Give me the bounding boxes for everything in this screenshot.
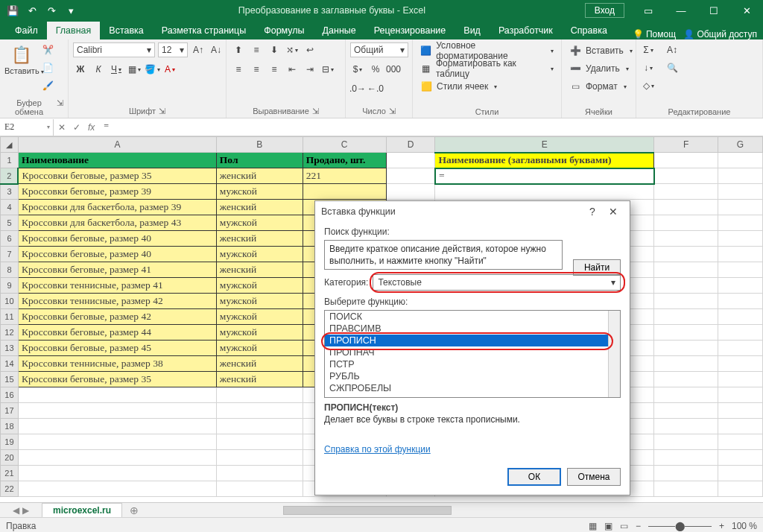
ribbon-options-icon[interactable]: ▭ xyxy=(632,0,665,21)
cancel-button[interactable]: Отмена xyxy=(567,468,621,486)
category-combo[interactable]: Текстовые▾ xyxy=(373,274,621,291)
tab-home[interactable]: Главная xyxy=(47,22,101,39)
orientation-icon[interactable]: ⤭ xyxy=(285,42,300,57)
tab-data[interactable]: Данные xyxy=(314,22,365,39)
align-left-icon[interactable]: ≡ xyxy=(231,62,246,77)
increase-font-icon[interactable]: A↑ xyxy=(191,42,206,57)
search-function-input[interactable]: Введите краткое описание действия, котор… xyxy=(324,240,563,270)
tab-layout[interactable]: Разметка страницы xyxy=(153,22,255,39)
find-select-icon[interactable]: 🔍 xyxy=(665,60,680,75)
col-header[interactable]: D xyxy=(386,137,435,153)
ok-button[interactable]: ОК xyxy=(507,468,561,486)
close-dialog-icon[interactable]: ✕ xyxy=(603,206,624,218)
font-size-combo[interactable]: 12▾ xyxy=(158,42,188,57)
close-icon[interactable]: ✕ xyxy=(730,0,763,21)
login-button[interactable]: Вход xyxy=(585,3,624,18)
function-list-item[interactable]: ПРОПИСН xyxy=(325,335,620,346)
copy-icon[interactable]: 📄 xyxy=(40,60,55,75)
add-sheet-icon[interactable]: ⊕ xyxy=(122,504,146,516)
function-list-item[interactable]: ПРАВСИМВ xyxy=(325,323,620,335)
col-header[interactable]: G xyxy=(718,137,763,153)
minimize-icon[interactable]: — xyxy=(665,0,697,21)
decrease-indent-icon[interactable]: ⇤ xyxy=(285,62,300,77)
horizontal-scrollbar[interactable] xyxy=(283,504,760,516)
insert-cells-button[interactable]: ➕Вставить xyxy=(566,42,636,59)
dialog-launcher-icon[interactable]: ⇲ xyxy=(159,107,165,116)
undo-icon[interactable]: ↶ xyxy=(24,2,40,19)
delete-cells-button[interactable]: ➖Удалить xyxy=(566,60,632,77)
tab-view[interactable]: Вид xyxy=(455,22,490,39)
qat-customize-icon[interactable]: ▾ xyxy=(63,2,79,19)
tellme-icon[interactable]: 💡 Помощ xyxy=(633,29,676,39)
cancel-formula-icon[interactable]: ✕ xyxy=(58,122,66,133)
tab-developer[interactable]: Разработчик xyxy=(490,22,562,39)
dialog-launcher-icon[interactable]: ⇲ xyxy=(57,98,63,116)
dialog-launcher-icon[interactable]: ⇲ xyxy=(312,107,319,116)
function-list-item[interactable]: СЖПРОБЕЛЫ xyxy=(325,382,620,394)
underline-button[interactable]: Ч xyxy=(109,62,124,77)
tab-help[interactable]: Справка xyxy=(562,22,616,39)
function-list-item[interactable]: РУБЛЬ xyxy=(325,370,620,382)
conditional-formatting-button[interactable]: 🟦Условное форматирование xyxy=(417,42,557,59)
decrease-font-icon[interactable]: A↓ xyxy=(209,42,224,57)
decrease-decimal-icon[interactable]: ←.0 xyxy=(368,81,383,96)
wrap-text-icon[interactable]: ↩ xyxy=(303,42,317,57)
format-painter-icon[interactable]: 🖌️ xyxy=(40,78,55,93)
bold-button[interactable]: Ж xyxy=(73,62,88,77)
italic-button[interactable]: К xyxy=(91,62,106,77)
help-icon[interactable]: ? xyxy=(582,206,603,218)
increase-decimal-icon[interactable]: .0→ xyxy=(350,81,365,96)
select-all-corner[interactable]: ◢ xyxy=(1,137,19,153)
fill-color-button[interactable]: 🪣 xyxy=(145,62,159,77)
increase-indent-icon[interactable]: ⇥ xyxy=(303,62,317,77)
align-center-icon[interactable]: ≡ xyxy=(249,62,264,77)
function-list-item[interactable]: ПОИСК xyxy=(325,311,620,323)
paste-button[interactable]: 📋 Вставить xyxy=(4,42,37,75)
border-button[interactable]: ▦ xyxy=(127,62,142,77)
align-top-icon[interactable]: ⬆ xyxy=(231,42,246,57)
zoom-out-icon[interactable]: − xyxy=(636,521,641,531)
function-list[interactable]: ПОИСКПРАВСИМВПРОПИСНПРОПНАЧПСТРРУБЛЬСЖПР… xyxy=(324,310,621,398)
number-format-combo[interactable]: Общий▾ xyxy=(350,42,408,57)
col-header[interactable]: E xyxy=(435,137,654,153)
function-list-item[interactable]: ПРОПНАЧ xyxy=(325,346,620,358)
name-box[interactable]: E2 xyxy=(0,119,54,136)
align-middle-icon[interactable]: ≡ xyxy=(249,42,264,57)
tab-insert[interactable]: Вставка xyxy=(100,22,152,39)
format-as-table-button[interactable]: ▦Форматировать как таблицу xyxy=(417,60,557,77)
sheet-tab[interactable]: microexcel.ru xyxy=(42,503,122,517)
col-header[interactable]: A xyxy=(18,137,216,153)
dialog-launcher-icon[interactable]: ⇲ xyxy=(389,107,396,116)
zoom-level[interactable]: 100 % xyxy=(732,521,757,531)
autosum-icon[interactable]: Σ xyxy=(641,42,656,57)
col-header[interactable]: F xyxy=(654,137,718,153)
zoom-slider[interactable]: ———⬤——— xyxy=(648,521,712,531)
sort-filter-icon[interactable]: A↕ xyxy=(665,42,680,57)
zoom-in-icon[interactable]: + xyxy=(719,521,724,531)
clear-icon[interactable]: ◇ xyxy=(641,78,656,93)
tab-review[interactable]: Рецензирование xyxy=(365,22,455,39)
col-header[interactable]: B xyxy=(216,137,303,153)
font-color-button[interactable]: A xyxy=(162,62,177,77)
save-icon[interactable]: 💾 xyxy=(4,2,21,19)
list-scrollbar[interactable] xyxy=(608,311,620,397)
comma-icon[interactable]: 000 xyxy=(386,62,401,77)
tab-nav-icon[interactable]: ◀ ▶ xyxy=(0,505,42,516)
tab-formulas[interactable]: Формулы xyxy=(255,22,313,39)
align-bottom-icon[interactable]: ⬇ xyxy=(267,42,282,57)
font-name-combo[interactable]: Calibri▾ xyxy=(73,42,155,57)
function-help-link[interactable]: Справка по этой функции xyxy=(324,444,431,455)
redo-icon[interactable]: ↷ xyxy=(43,2,60,19)
fill-icon[interactable]: ↓ xyxy=(641,60,656,75)
align-right-icon[interactable]: ≡ xyxy=(267,62,282,77)
percent-icon[interactable]: % xyxy=(368,62,383,77)
view-layout-icon[interactable]: ▣ xyxy=(604,521,612,531)
format-cells-button[interactable]: ▭Формат xyxy=(566,78,630,95)
enter-formula-icon[interactable]: ✓ xyxy=(73,122,80,133)
insert-function-icon[interactable]: fx xyxy=(88,122,95,133)
maximize-icon[interactable]: ☐ xyxy=(697,0,730,21)
formula-input[interactable]: = xyxy=(99,119,763,136)
view-normal-icon[interactable]: ▦ xyxy=(589,521,597,531)
cell-styles-button[interactable]: 🟨Стили ячеек xyxy=(417,78,500,95)
share-button[interactable]: 👤 Общий доступ xyxy=(683,29,757,39)
